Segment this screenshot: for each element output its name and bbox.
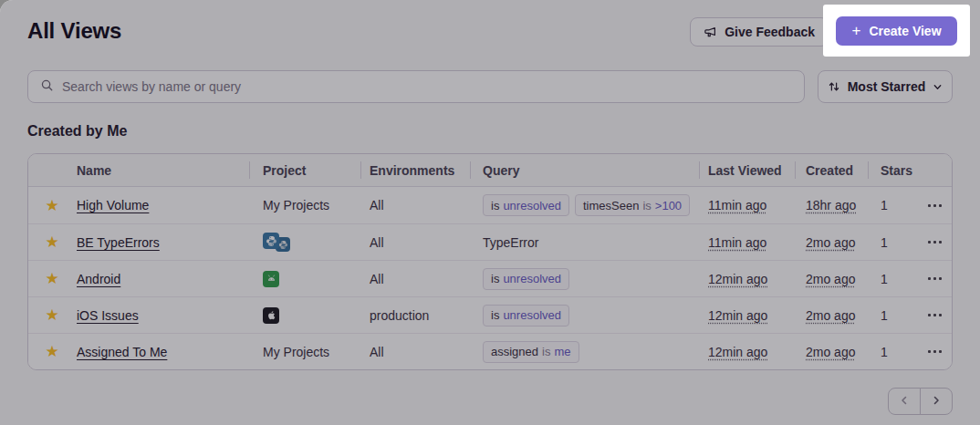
- dim-overlay: [0, 0, 980, 425]
- create-view-spotlight: + Create View: [823, 5, 970, 57]
- all-views-page: All Views Give Feedback: [0, 0, 980, 425]
- plus-icon: +: [851, 23, 860, 38]
- create-view-label: Create View: [869, 24, 941, 38]
- create-view-button[interactable]: + Create View: [836, 16, 956, 46]
